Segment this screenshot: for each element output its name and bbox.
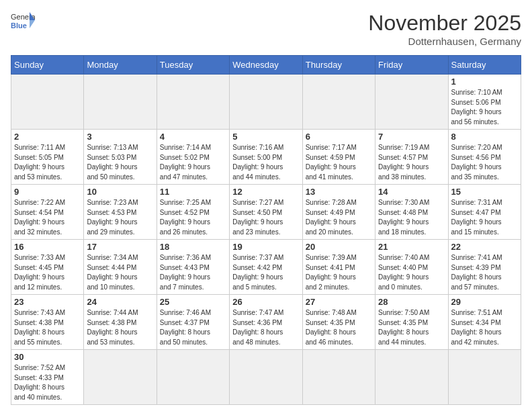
calendar-cell: 11Sunrise: 7:25 AM Sunset: 4:52 PM Dayli… <box>157 185 229 240</box>
day-number: 22 <box>451 242 518 252</box>
calendar-cell: 21Sunrise: 7:40 AM Sunset: 4:40 PM Dayli… <box>375 240 448 295</box>
calendar-cell: 25Sunrise: 7:46 AM Sunset: 4:37 PM Dayli… <box>157 295 229 350</box>
calendar-cell: 27Sunrise: 7:48 AM Sunset: 4:35 PM Dayli… <box>302 295 375 350</box>
day-info: Sunrise: 7:41 AM Sunset: 4:39 PM Dayligh… <box>451 253 518 292</box>
day-info: Sunrise: 7:33 AM Sunset: 4:45 PM Dayligh… <box>14 253 81 292</box>
day-number: 2 <box>14 132 81 142</box>
calendar-cell <box>157 75 229 130</box>
calendar-cell: 6Sunrise: 7:17 AM Sunset: 4:59 PM Daylig… <box>302 130 375 185</box>
calendar-cell: 22Sunrise: 7:41 AM Sunset: 4:39 PM Dayli… <box>448 240 521 295</box>
day-number: 6 <box>306 132 372 142</box>
calendar-week-row: 9Sunrise: 7:22 AM Sunset: 4:54 PM Daylig… <box>11 185 521 240</box>
day-info: Sunrise: 7:48 AM Sunset: 4:35 PM Dayligh… <box>306 308 372 347</box>
calendar-cell: 30Sunrise: 7:52 AM Sunset: 4:33 PM Dayli… <box>11 350 84 405</box>
day-number: 12 <box>232 187 299 197</box>
day-number: 19 <box>232 242 299 252</box>
day-info: Sunrise: 7:43 AM Sunset: 4:38 PM Dayligh… <box>14 308 81 347</box>
calendar-cell <box>84 350 157 405</box>
day-number: 29 <box>451 297 518 307</box>
day-info: Sunrise: 7:10 AM Sunset: 5:06 PM Dayligh… <box>451 88 518 127</box>
calendar-cell: 2Sunrise: 7:11 AM Sunset: 5:05 PM Daylig… <box>11 130 84 185</box>
day-number: 28 <box>378 297 445 307</box>
day-number: 18 <box>160 242 226 252</box>
calendar-cell: 4Sunrise: 7:14 AM Sunset: 5:02 PM Daylig… <box>157 130 229 185</box>
calendar-cell <box>230 350 302 405</box>
day-number: 23 <box>14 297 81 307</box>
calendar-cell: 20Sunrise: 7:39 AM Sunset: 4:41 PM Dayli… <box>302 240 375 295</box>
day-number: 17 <box>87 242 153 252</box>
day-number: 30 <box>14 352 81 362</box>
logo: General Blue <box>11 11 35 31</box>
calendar-cell: 29Sunrise: 7:51 AM Sunset: 4:34 PM Dayli… <box>448 295 521 350</box>
calendar-cell <box>302 75 375 130</box>
day-info: Sunrise: 7:46 AM Sunset: 4:37 PM Dayligh… <box>160 308 226 347</box>
calendar-cell: 15Sunrise: 7:31 AM Sunset: 4:47 PM Dayli… <box>448 185 521 240</box>
calendar-cell: 7Sunrise: 7:19 AM Sunset: 4:57 PM Daylig… <box>375 130 448 185</box>
day-info: Sunrise: 7:36 AM Sunset: 4:43 PM Dayligh… <box>160 253 226 292</box>
day-number: 25 <box>160 297 226 307</box>
day-number: 9 <box>14 187 81 197</box>
calendar-cell: 13Sunrise: 7:28 AM Sunset: 4:49 PM Dayli… <box>302 185 375 240</box>
calendar-cell <box>84 75 157 130</box>
day-number: 27 <box>306 297 372 307</box>
calendar-week-row: 30Sunrise: 7:52 AM Sunset: 4:33 PM Dayli… <box>11 350 521 405</box>
day-info: Sunrise: 7:52 AM Sunset: 4:33 PM Dayligh… <box>14 363 81 402</box>
day-of-week-header: Saturday <box>448 56 521 75</box>
calendar-cell <box>11 75 84 130</box>
calendar-cell: 12Sunrise: 7:27 AM Sunset: 4:50 PM Dayli… <box>230 185 302 240</box>
day-number: 8 <box>451 132 518 142</box>
day-number: 21 <box>378 242 445 252</box>
day-info: Sunrise: 7:39 AM Sunset: 4:41 PM Dayligh… <box>306 253 372 292</box>
calendar-week-row: 16Sunrise: 7:33 AM Sunset: 4:45 PM Dayli… <box>11 240 521 295</box>
day-info: Sunrise: 7:47 AM Sunset: 4:36 PM Dayligh… <box>232 308 299 347</box>
day-number: 15 <box>451 187 518 197</box>
day-info: Sunrise: 7:25 AM Sunset: 4:52 PM Dayligh… <box>160 198 226 237</box>
day-number: 11 <box>160 187 226 197</box>
calendar-cell: 16Sunrise: 7:33 AM Sunset: 4:45 PM Dayli… <box>11 240 84 295</box>
day-number: 7 <box>378 132 445 142</box>
calendar-cell: 18Sunrise: 7:36 AM Sunset: 4:43 PM Dayli… <box>157 240 229 295</box>
calendar-cell: 26Sunrise: 7:47 AM Sunset: 4:36 PM Dayli… <box>230 295 302 350</box>
day-info: Sunrise: 7:16 AM Sunset: 5:00 PM Dayligh… <box>232 143 299 182</box>
title-area: November 2025 Dotternhausen, Germany <box>368 11 521 47</box>
calendar-cell: 5Sunrise: 7:16 AM Sunset: 5:00 PM Daylig… <box>230 130 302 185</box>
day-of-week-header: Monday <box>84 56 157 75</box>
calendar-header-row: SundayMondayTuesdayWednesdayThursdayFrid… <box>11 56 521 75</box>
page-header: General Blue November 2025 Dotternhausen… <box>11 11 521 47</box>
svg-marker-3 <box>30 20 35 28</box>
day-info: Sunrise: 7:40 AM Sunset: 4:40 PM Dayligh… <box>378 253 445 292</box>
day-of-week-header: Friday <box>375 56 448 75</box>
calendar-cell: 17Sunrise: 7:34 AM Sunset: 4:44 PM Dayli… <box>84 240 157 295</box>
day-number: 5 <box>232 132 299 142</box>
calendar-cell: 28Sunrise: 7:50 AM Sunset: 4:35 PM Dayli… <box>375 295 448 350</box>
calendar-cell: 23Sunrise: 7:43 AM Sunset: 4:38 PM Dayli… <box>11 295 84 350</box>
day-info: Sunrise: 7:34 AM Sunset: 4:44 PM Dayligh… <box>87 253 153 292</box>
day-info: Sunrise: 7:23 AM Sunset: 4:53 PM Dayligh… <box>87 198 153 237</box>
day-info: Sunrise: 7:44 AM Sunset: 4:38 PM Dayligh… <box>87 308 153 347</box>
day-of-week-header: Tuesday <box>157 56 229 75</box>
day-info: Sunrise: 7:30 AM Sunset: 4:48 PM Dayligh… <box>378 198 445 237</box>
calendar-cell: 19Sunrise: 7:37 AM Sunset: 4:42 PM Dayli… <box>230 240 302 295</box>
calendar-cell: 1Sunrise: 7:10 AM Sunset: 5:06 PM Daylig… <box>448 75 521 130</box>
calendar-cell <box>448 350 521 405</box>
day-info: Sunrise: 7:27 AM Sunset: 4:50 PM Dayligh… <box>232 198 299 237</box>
location-title: Dotternhausen, Germany <box>368 36 521 47</box>
month-title: November 2025 <box>368 11 521 36</box>
day-number: 14 <box>378 187 445 197</box>
day-number: 20 <box>306 242 372 252</box>
calendar-week-row: 1Sunrise: 7:10 AM Sunset: 5:06 PM Daylig… <box>11 75 521 130</box>
day-info: Sunrise: 7:37 AM Sunset: 4:42 PM Dayligh… <box>232 253 299 292</box>
calendar-table: SundayMondayTuesdayWednesdayThursdayFrid… <box>11 55 521 405</box>
day-number: 24 <box>87 297 153 307</box>
day-number: 4 <box>160 132 226 142</box>
calendar-cell: 8Sunrise: 7:20 AM Sunset: 4:56 PM Daylig… <box>448 130 521 185</box>
day-info: Sunrise: 7:51 AM Sunset: 4:34 PM Dayligh… <box>451 308 518 347</box>
day-info: Sunrise: 7:22 AM Sunset: 4:54 PM Dayligh… <box>14 198 81 237</box>
calendar-cell <box>302 350 375 405</box>
calendar-cell <box>230 75 302 130</box>
day-of-week-header: Thursday <box>302 56 375 75</box>
day-info: Sunrise: 7:20 AM Sunset: 4:56 PM Dayligh… <box>451 143 518 182</box>
day-info: Sunrise: 7:14 AM Sunset: 5:02 PM Dayligh… <box>160 143 226 182</box>
day-number: 10 <box>87 187 153 197</box>
day-info: Sunrise: 7:31 AM Sunset: 4:47 PM Dayligh… <box>451 198 518 237</box>
